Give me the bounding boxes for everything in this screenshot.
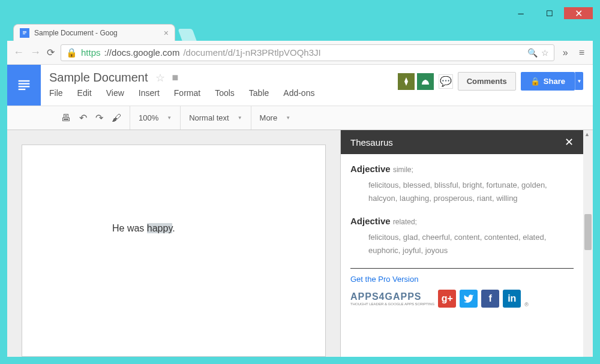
synonym-group: Adjective related;felicitous, glad, chee…	[350, 216, 574, 257]
tab-close-icon[interactable]: ×	[164, 28, 169, 38]
selected-text[interactable]: happy	[147, 223, 172, 233]
lock-icon: 🔒	[530, 77, 540, 86]
svg-rect-2	[23, 32, 26, 33]
forward-button[interactable]: →	[30, 46, 41, 59]
registered-mark: ®	[524, 302, 529, 308]
window-minimize-button[interactable]: ─	[506, 7, 535, 19]
close-icon[interactable]: ✕	[565, 136, 574, 149]
browser-tab[interactable]: Sample Document - Goog ×	[13, 24, 175, 41]
back-button[interactable]: ←	[13, 46, 24, 59]
menu-item-tools[interactable]: Tools	[215, 88, 235, 98]
scrollbar-thumb[interactable]	[584, 214, 592, 250]
paint-format-icon[interactable]: 🖌	[112, 113, 121, 124]
scrollbar[interactable]: ▲	[583, 130, 593, 357]
window-close-button[interactable]: ✕	[564, 7, 593, 19]
menu-item-table[interactable]: Table	[249, 88, 269, 98]
menu-item-add-ons[interactable]: Add-ons	[283, 88, 314, 98]
brand-logo: APPS4GAPPSTHOUGHT LEADER & GOOGLE APPS S…	[350, 291, 434, 306]
svg-rect-1	[23, 31, 26, 32]
menu-item-file[interactable]: File	[49, 88, 63, 98]
undo-icon[interactable]: ↶	[79, 112, 87, 124]
pos-label: Adjective	[350, 216, 391, 226]
menu-item-insert[interactable]: Insert	[139, 88, 160, 98]
text-run: He was	[112, 223, 147, 233]
tab-title: Sample Document - Goog	[34, 29, 159, 37]
linkedin-icon[interactable]: in	[503, 290, 521, 308]
window-titlebar: ─ ☐ ✕	[7, 7, 593, 19]
chevron-down-icon: ▼	[167, 115, 172, 121]
share-label: Share	[544, 77, 565, 86]
collaborator-avatar[interactable]	[398, 73, 415, 90]
pos-label: Adjective	[350, 164, 391, 174]
google-plus-icon[interactable]: g+	[438, 290, 456, 308]
document-page[interactable]: He was happy.	[22, 145, 326, 357]
print-icon[interactable]: 🖶	[61, 113, 71, 124]
formatting-toolbar: 🖶 ↶ ↷ 🖌 100% ▼ Normal text ▼ More ▼	[7, 106, 593, 130]
synonym-words[interactable]: felicitous, blessed, blissful, bright, f…	[368, 179, 574, 205]
share-dropdown-button[interactable]: ▼	[575, 72, 583, 90]
comment-icon[interactable]: 💬	[439, 74, 453, 89]
svg-rect-5	[19, 80, 30, 82]
browser-tabs: Sample Document - Goog ×	[7, 19, 593, 41]
star-document-icon[interactable]: ☆	[155, 71, 165, 85]
menu-item-view[interactable]: View	[106, 88, 124, 98]
chevron-down-icon: ▼	[238, 115, 242, 121]
window-maximize-button[interactable]: ☐	[535, 7, 564, 19]
collaborators	[398, 73, 434, 90]
document-canvas[interactable]: He was happy.	[7, 130, 340, 357]
chrome-menu-button[interactable]: ≡	[577, 47, 587, 58]
zoom-selector[interactable]: 100%	[139, 113, 158, 122]
redo-icon[interactable]: ↷	[95, 112, 103, 124]
svg-rect-4	[16, 77, 32, 94]
google-docs-app: Sample Document ☆ ■ FileEditViewInsertFo…	[7, 65, 593, 357]
svg-rect-6	[19, 83, 30, 85]
relation-label: simile;	[393, 166, 413, 174]
synonym-words[interactable]: felicitous, glad, cheerful, content, con…	[368, 231, 574, 257]
sidebar-title: Thesaurus	[350, 137, 393, 148]
svg-rect-8	[19, 89, 26, 90]
extensions-overflow-button[interactable]: »	[560, 47, 571, 58]
twitter-icon[interactable]	[460, 290, 478, 308]
more-tools-button[interactable]: More	[260, 113, 278, 122]
lock-icon: 🔒	[66, 47, 77, 58]
star-icon[interactable]: ☆	[541, 48, 549, 58]
pro-version-link[interactable]: Get the Pro Version	[350, 275, 574, 284]
social-row: APPS4GAPPSTHOUGHT LEADER & GOOGLE APPS S…	[350, 290, 574, 308]
menu-item-format[interactable]: Format	[174, 88, 200, 98]
comments-button[interactable]: Comments	[458, 72, 516, 91]
menu-bar: FileEditViewInsertFormatToolsTableAdd-on…	[49, 88, 389, 98]
share-button[interactable]: 🔒 Share	[521, 72, 575, 91]
synonym-group: Adjective simile;felicitous, blessed, bl…	[350, 164, 574, 205]
menu-item-edit[interactable]: Edit	[77, 88, 92, 98]
document-title[interactable]: Sample Document	[49, 71, 148, 85]
thesaurus-sidebar: Thesaurus ✕ Adjective simile;felicitous,…	[340, 130, 583, 357]
docs-logo-icon[interactable]	[7, 65, 41, 106]
url-path: /document/d/1j-nR3PRtlpVOQh3JI	[183, 47, 320, 58]
text-run: .	[172, 223, 175, 233]
url-host: ://docs.google.com	[104, 47, 180, 58]
thesaurus-body[interactable]: Adjective simile;felicitous, blessed, bl…	[341, 154, 583, 357]
url-scheme: https	[81, 47, 101, 58]
svg-rect-7	[19, 86, 30, 87]
search-icon[interactable]: 🔍	[527, 48, 538, 58]
new-tab-button[interactable]	[178, 29, 196, 41]
facebook-icon[interactable]: f	[481, 290, 499, 308]
docs-favicon-icon	[20, 28, 29, 38]
divider	[350, 268, 574, 269]
collaborator-avatar[interactable]	[417, 73, 434, 90]
folder-icon[interactable]: ■	[172, 71, 179, 84]
url-input[interactable]: 🔒 https://docs.google.com/document/d/1j-…	[61, 44, 554, 61]
svg-rect-3	[23, 34, 25, 34]
chevron-down-icon: ▼	[286, 115, 290, 121]
style-selector[interactable]: Normal text	[189, 113, 229, 122]
relation-label: related;	[393, 218, 417, 226]
reload-button[interactable]: ⟳	[47, 47, 55, 58]
address-bar: ← → ⟳ 🔒 https://docs.google.com/document…	[7, 41, 593, 65]
